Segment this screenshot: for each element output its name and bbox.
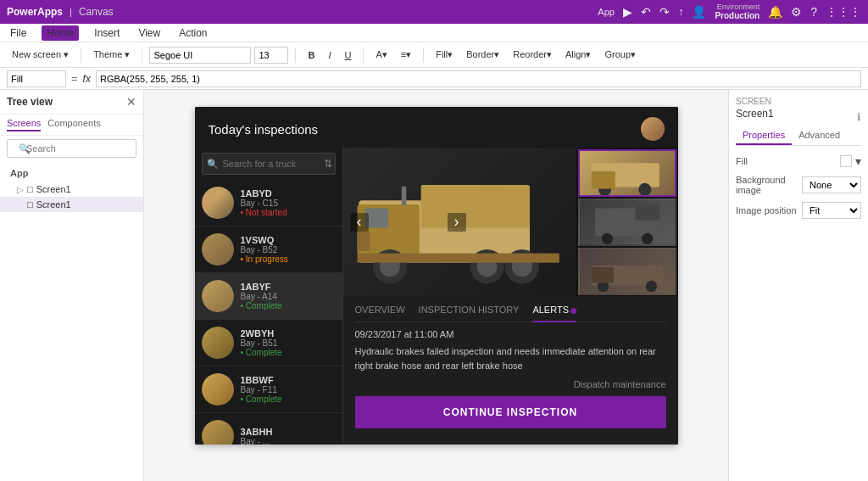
tab-alerts[interactable]: ALERTS (532, 305, 576, 318)
powerapps-logo[interactable]: PowerApps (7, 6, 63, 18)
font-color-button[interactable]: A▾ (370, 48, 392, 62)
truck-bay-1: Bay - C15 (241, 199, 336, 208)
group-button[interactable]: Group▾ (600, 48, 642, 62)
tree-search-input[interactable] (7, 139, 136, 158)
app-launcher-icon[interactable]: ⋮⋮⋮ (826, 5, 861, 19)
bg-image-property-row: Background image None (736, 175, 861, 195)
bg-image-select[interactable]: None (802, 176, 861, 193)
bold-button[interactable]: B (303, 48, 320, 62)
help-icon[interactable]: ? (810, 5, 817, 19)
next-arrow-button[interactable]: › (448, 213, 466, 232)
menu-insert[interactable]: Insert (91, 25, 123, 41)
fill-button[interactable]: Fill▾ (431, 48, 458, 62)
formula-bar: Fill = fx RGBA(255, 255, 255, 1) (0, 68, 868, 90)
top-bar: PowerApps | Canvas App ▶ ↶ ↷ ↑ 👤 Environ… (0, 0, 868, 24)
prop-tab-advanced[interactable]: Advanced (792, 126, 847, 145)
tree-content: App ▷ □ Screen1 □ Screen1 (0, 161, 143, 481)
truck-item-1vswq[interactable]: 1VSWQ Bay - B52 • In progress (195, 227, 342, 273)
truck-status-2: • In progress (241, 254, 336, 264)
truck-id-3: 1ABYF (241, 282, 336, 292)
underline-button[interactable]: U (339, 48, 356, 62)
truck-item-1abyf[interactable]: 1ABYF Bay - A14 • Complete (195, 273, 342, 320)
image-position-label: Image position (736, 205, 797, 215)
truck-search-input[interactable] (202, 153, 336, 175)
continue-inspection-button[interactable]: CONTINUE INSPECTION (355, 396, 666, 428)
align-btn[interactable]: Align▾ (560, 48, 596, 62)
tab-components[interactable]: Components (47, 118, 100, 131)
top-bar-right: App ▶ ↶ ↷ ↑ 👤 Environment Production 🔔 ⚙… (598, 3, 861, 22)
truck-thumb-6 (202, 420, 234, 445)
font-input[interactable] (149, 47, 251, 64)
tree-close-button[interactable]: ✕ (126, 95, 136, 109)
toolbar-separator-2 (142, 48, 142, 63)
bell-icon[interactable]: 🔔 (768, 5, 782, 19)
truck-info-2: 1VSWQ Bay - B52 • In progress (241, 235, 336, 264)
truck-info-4: 2WBYH Bay - B51 • Complete (241, 328, 336, 357)
app-icon: App (598, 7, 615, 17)
app-canvas: Today's inspections 🔍 ⇅ (195, 107, 678, 445)
thumb-2[interactable] (578, 199, 676, 246)
tab-overview[interactable]: OVERVIEW (355, 305, 405, 318)
image-position-select[interactable]: Fit (802, 202, 861, 219)
truck-thumb-4 (202, 327, 234, 359)
border-button[interactable]: Border▾ (461, 48, 504, 62)
truck-info-3: 1ABYF Bay - A14 • Complete (241, 282, 336, 310)
menu-view[interactable]: View (135, 25, 164, 41)
menu-action[interactable]: Action (175, 25, 210, 41)
truck-item-1bbwf[interactable]: 1BBWF Bay - F11 • Complete (195, 366, 342, 413)
gear-icon[interactable]: ⚙ (791, 5, 802, 19)
align-button[interactable]: ≡▾ (396, 48, 416, 62)
user-icon[interactable]: 👤 (692, 5, 706, 19)
truck-item-3abhh[interactable]: 3ABHH Bay - ... (195, 413, 342, 445)
truck-thumb-image-5 (202, 373, 234, 405)
reorder-button[interactable]: Reorder▾ (508, 48, 557, 62)
prop-tab-properties[interactable]: Properties (736, 126, 792, 145)
bg-image-label: Background image (736, 175, 802, 195)
italic-button[interactable]: I (323, 48, 336, 62)
new-screen-button[interactable]: New screen ▾ (7, 48, 74, 62)
screen-icon: □ (27, 184, 33, 194)
svg-point-19 (601, 233, 612, 244)
environment-badge: Environment Production (715, 3, 760, 22)
truck-images-area: ‹ › (343, 148, 678, 296)
truck-thumb-image-4 (202, 327, 234, 359)
preview-icon[interactable]: ▶ (623, 5, 632, 19)
tree-section-app: App (0, 165, 143, 182)
undo-icon[interactable]: ↶ (641, 5, 651, 19)
svg-point-23 (645, 281, 656, 292)
tab-inspection-history[interactable]: INSPECTION HISTORY (419, 305, 520, 318)
svg-rect-16 (591, 171, 615, 189)
top-bar-left: PowerApps | Canvas (7, 6, 114, 18)
canvas-area[interactable]: Today's inspections 🔍 ⇅ (144, 90, 728, 481)
properties-info-icon[interactable]: ℹ (857, 111, 861, 123)
formula-equals: = (71, 72, 78, 85)
redo-icon[interactable]: ↷ (659, 5, 670, 19)
sort-icon[interactable]: ⇅ (324, 158, 332, 170)
menu-file[interactable]: File (7, 25, 30, 41)
truck-id-1: 1ABYD (241, 188, 336, 199)
thumb-1[interactable] (578, 149, 676, 197)
tree-view-title: Tree view (7, 96, 53, 108)
menu-home[interactable]: Home (42, 25, 79, 41)
font-size-input[interactable] (254, 47, 288, 64)
thumb-3[interactable] (578, 248, 676, 295)
theme-button[interactable]: Theme ▾ (88, 48, 135, 62)
fill-color-swatch[interactable] (840, 155, 852, 167)
main-image-area: ‹ › (343, 148, 576, 296)
svg-rect-1 (420, 185, 529, 227)
tree-item-screen1-sub[interactable]: □ Screen1 (0, 197, 143, 212)
truck-status-3: • Complete (241, 301, 336, 310)
share-icon[interactable]: ↑ (678, 5, 684, 18)
formula-name-input[interactable]: Fill (7, 70, 66, 87)
toolbar-separator-5 (423, 48, 424, 63)
truck-item-2wbyh[interactable]: 2WBYH Bay - B51 • Complete (195, 320, 342, 366)
formula-value-input[interactable]: RGBA(255, 255, 255, 1) (96, 70, 861, 87)
truck-thumb-image-6 (202, 420, 234, 445)
truck-id-4: 2WBYH (241, 328, 336, 338)
truck-item-1abyd[interactable]: 1ABYD Bay - C15 • Not started (195, 180, 342, 227)
tree-item-screen1[interactable]: ▷ □ Screen1 (0, 182, 143, 197)
fill-dropdown-icon[interactable]: ▾ (855, 154, 861, 168)
prev-arrow-button[interactable]: ‹ (350, 213, 369, 232)
dispatch-link[interactable]: Dispatch maintenance (355, 379, 666, 389)
tab-screens[interactable]: Screens (7, 118, 41, 131)
